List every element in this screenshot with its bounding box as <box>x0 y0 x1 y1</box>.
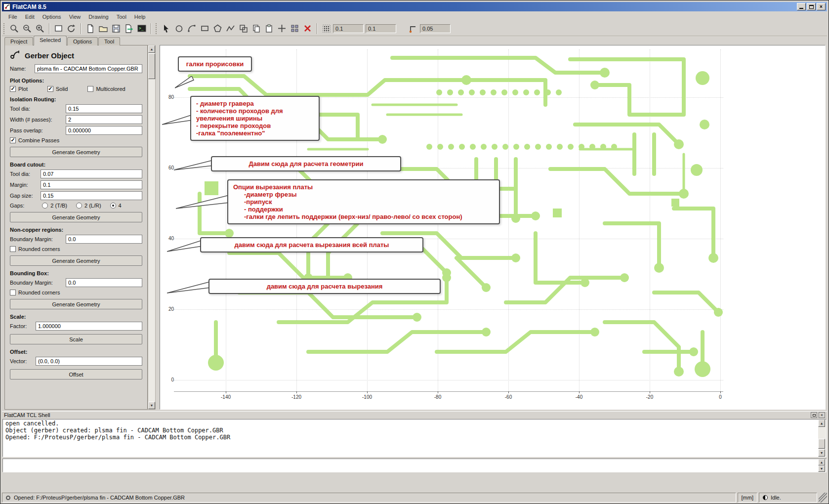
toolbar-handle[interactable] <box>156 23 158 34</box>
status-units: [mm] <box>742 495 753 501</box>
maximize-button[interactable] <box>807 3 816 10</box>
scroll-down-arrow[interactable]: ▼ <box>818 465 825 472</box>
iso-tool-dia-field[interactable] <box>66 104 142 113</box>
scroll-down-arrow[interactable]: ▼ <box>148 402 155 409</box>
plot-checkbox[interactable] <box>10 86 16 92</box>
scroll-up-arrow[interactable]: ▲ <box>818 459 825 465</box>
delete-icon[interactable] <box>301 22 314 35</box>
cutout-gap-size-field[interactable] <box>41 191 142 200</box>
iso-overlap-field[interactable] <box>66 126 142 135</box>
iso-generate-geometry-button[interactable]: Generate Geometry <box>10 147 142 157</box>
scale-button[interactable]: Scale <box>10 334 142 344</box>
noncopper-generate-geometry-button[interactable]: Generate Geometry <box>10 255 142 266</box>
menu-options[interactable]: Options <box>39 13 65 21</box>
noncopper-margin-field[interactable] <box>66 235 142 244</box>
export-icon[interactable] <box>123 22 135 35</box>
multicolored-checkbox[interactable] <box>87 86 93 92</box>
move-icon[interactable] <box>276 22 289 35</box>
menu-drawing[interactable]: Drawing <box>84 13 112 21</box>
union-icon[interactable] <box>237 22 250 35</box>
noncopper-rounded-checkbox[interactable] <box>10 246 16 252</box>
shell-command-input[interactable] <box>4 460 816 471</box>
bbox-rounded-checkbox[interactable] <box>10 290 16 295</box>
replot-icon[interactable] <box>65 22 78 35</box>
add-circle-icon[interactable] <box>173 22 186 35</box>
cutout-gap-size-label: Gap size: <box>10 193 33 199</box>
iso-width-field[interactable] <box>66 115 142 124</box>
callout-cutout-options: Опции вырезания платы -диаметр фрезы -пр… <box>227 179 500 224</box>
shell-scrollbar[interactable]: ▲ ▼ <box>818 420 826 457</box>
gaps-2lr-radio[interactable] <box>76 203 82 209</box>
callout-cutout-body: -диаметр фрезы -припуск - поддержки -гал… <box>233 191 494 220</box>
add-polygon-icon[interactable] <box>211 22 224 35</box>
iso-overlap-label: Pass overlap: <box>10 127 43 133</box>
menu-tool[interactable]: Tool <box>113 13 130 21</box>
gaps-4-radio[interactable] <box>110 203 116 209</box>
shell-close-icon[interactable]: × <box>819 412 825 418</box>
add-rectangle-icon[interactable] <box>199 22 211 35</box>
combine-passes-checkbox[interactable] <box>10 137 16 143</box>
grid-x-field[interactable] <box>333 24 364 33</box>
copy-icon[interactable] <box>250 22 263 35</box>
grid-y-field[interactable] <box>366 24 396 33</box>
tab-options[interactable]: Options <box>67 37 98 45</box>
tab-selected[interactable]: Selected <box>34 36 67 45</box>
grid-snap-icon[interactable] <box>320 22 333 35</box>
close-button[interactable]: × <box>817 3 826 10</box>
add-arc-icon[interactable] <box>186 22 199 35</box>
shell-input-scrollbar[interactable]: ▲ ▼ <box>818 459 826 472</box>
scroll-up-arrow[interactable]: ▲ <box>818 420 825 427</box>
cutout-margin-field[interactable] <box>41 180 142 189</box>
bbox-margin-label: Boundary Margin: <box>10 280 53 286</box>
offset-title: Offset: <box>10 349 142 355</box>
tab-project[interactable]: Project <box>4 37 33 45</box>
new-project-icon[interactable] <box>84 22 97 35</box>
menu-edit[interactable]: Edit <box>21 13 39 21</box>
shell-header: FlatCAM TCL Shell × <box>2 411 827 419</box>
gaps-2tb-radio[interactable] <box>42 203 48 209</box>
bbox-generate-geometry-button[interactable]: Generate Geometry <box>10 299 142 309</box>
bbox-margin-field[interactable] <box>66 278 142 287</box>
menu-help[interactable]: Help <box>130 13 150 21</box>
open-project-icon[interactable] <box>97 22 110 35</box>
add-path-icon[interactable] <box>224 22 237 35</box>
resize-grip[interactable] <box>819 493 827 503</box>
menu-view[interactable]: View <box>65 13 85 21</box>
gaps-4-label: 4 <box>119 203 122 209</box>
cutout-tool-dia-label: Tool dia: <box>10 171 30 177</box>
name-field[interactable] <box>35 64 142 73</box>
paste-icon[interactable] <box>263 22 276 35</box>
corner-snap-icon[interactable] <box>407 22 420 35</box>
tab-tool[interactable]: Tool <box>98 37 120 45</box>
status-state-cell: Idle. <box>759 493 817 503</box>
svg-text:>_: >_ <box>139 26 144 31</box>
menu-file[interactable]: File <box>4 13 21 21</box>
save-project-icon[interactable] <box>110 22 123 35</box>
toolbar-handle[interactable] <box>3 23 6 34</box>
scroll-thumb[interactable] <box>148 53 155 79</box>
offset-button[interactable]: Offset <box>10 369 142 379</box>
shell-float-icon[interactable] <box>811 412 817 418</box>
zoom-in-icon[interactable] <box>34 22 46 35</box>
panel-scrollbar[interactable]: ▲ ▼ <box>148 45 156 410</box>
zoom-out-icon[interactable] <box>21 22 34 35</box>
offset-vector-field[interactable] <box>36 357 142 366</box>
shell-icon[interactable]: >_ <box>135 22 148 35</box>
select-tool-icon[interactable] <box>160 22 173 35</box>
array-icon[interactable] <box>289 22 301 35</box>
scroll-up-arrow[interactable]: ▲ <box>148 45 155 53</box>
snap-max-field[interactable] <box>420 24 451 33</box>
status-bar: Opened: F:/ProteusP/gerber/plsma fin - C… <box>2 493 827 503</box>
shell-title: FlatCAM TCL Shell <box>4 412 50 418</box>
scroll-thumb[interactable] <box>818 439 825 449</box>
zoom-fit-icon[interactable] <box>8 22 21 35</box>
solid-checkbox[interactable] <box>47 86 53 92</box>
scroll-down-arrow[interactable]: ▼ <box>818 449 825 457</box>
minimize-button[interactable] <box>797 3 806 10</box>
callout-generate-geometry: Давим сюда для расчета геометрии <box>211 156 401 171</box>
cutout-tool-dia-field[interactable] <box>41 169 142 178</box>
cutout-generate-geometry-button[interactable]: Generate Geometry <box>10 212 142 222</box>
clear-plot-icon[interactable] <box>52 22 65 35</box>
scale-factor-field[interactable] <box>36 322 142 331</box>
plot-canvas[interactable]: -140 -120 -100 -80 -60 -40 -20 0 80 60 4… <box>160 45 826 410</box>
